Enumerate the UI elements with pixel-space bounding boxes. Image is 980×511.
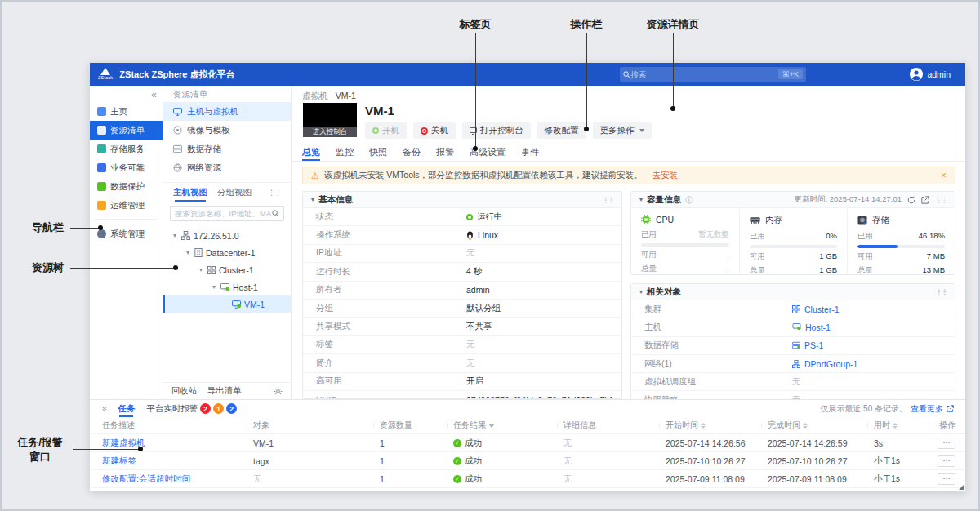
drag-handle-icon[interactable]: ⋮⋮ bbox=[935, 288, 947, 296]
panel-item-network[interactable]: 网络资源 bbox=[163, 158, 291, 177]
drag-handle-icon[interactable]: ⋮⋮ bbox=[602, 196, 613, 204]
panel-item-hosts-vms[interactable]: 主机与虚拟机 bbox=[163, 102, 291, 121]
tab-alarm[interactable]: 报警 bbox=[436, 143, 454, 161]
sort-icon[interactable] bbox=[893, 423, 898, 429]
panel-item-images[interactable]: 镜像与模板 bbox=[163, 121, 291, 140]
row-actions-button[interactable]: ··· bbox=[938, 455, 956, 467]
tree-node-vm-selected[interactable]: VM-1 bbox=[163, 295, 291, 313]
power-on-button[interactable]: 开机 bbox=[365, 122, 407, 139]
sidebar-item-business[interactable]: 业务可靠 bbox=[90, 158, 163, 177]
info-value: Linux bbox=[478, 230, 498, 240]
panel-item-datastore[interactable]: 数据存储 bbox=[163, 140, 291, 158]
tab-snapshot[interactable]: 快照 bbox=[369, 143, 387, 161]
success-check-icon: ✓ bbox=[453, 475, 461, 483]
chevron-down-icon[interactable]: ▾ bbox=[172, 232, 178, 239]
network-link[interactable]: DPortGroup-1 bbox=[792, 359, 858, 369]
network-root-icon bbox=[181, 231, 190, 240]
row-actions-button[interactable]: ··· bbox=[938, 491, 956, 492]
enter-console-button[interactable]: 进入控制台 bbox=[303, 127, 357, 137]
task-desc-link[interactable]: 修改配置:会话超时时间 bbox=[102, 473, 247, 485]
refresh-icon[interactable] bbox=[907, 196, 915, 204]
col-duration[interactable]: 用时 bbox=[867, 420, 933, 431]
tree-search[interactable] bbox=[170, 206, 284, 221]
sidebar-item-data-protection[interactable]: 数据保护 bbox=[90, 177, 163, 196]
row-actions-button[interactable]: ··· bbox=[938, 438, 956, 449]
collapse-caret-icon[interactable]: ▾ bbox=[639, 288, 643, 295]
collapse-caret-icon[interactable]: ▾ bbox=[311, 196, 314, 203]
tree-node-host[interactable]: ▾ Host-1 bbox=[163, 278, 291, 295]
power-off-button[interactable]: 关机 bbox=[413, 122, 456, 139]
col-object[interactable]: 对象 bbox=[247, 420, 373, 431]
export-list-link[interactable]: 导出清单 bbox=[207, 385, 242, 397]
resize-handle[interactable] bbox=[959, 485, 964, 490]
row-actions-button[interactable]: ··· bbox=[938, 473, 956, 485]
modify-config-button[interactable]: 修改配置 bbox=[537, 122, 586, 139]
collapse-panel-icon[interactable]: « bbox=[99, 406, 109, 411]
datacenter-icon bbox=[194, 248, 203, 257]
open-console-button[interactable]: 打开控制台 bbox=[462, 122, 531, 139]
global-search-input[interactable] bbox=[630, 70, 775, 79]
info-label: 标签 bbox=[303, 339, 466, 350]
col-detail[interactable]: 详细信息 bbox=[557, 420, 659, 431]
tab-monitoring[interactable]: 监控 bbox=[336, 143, 354, 161]
install-link[interactable]: 去安装 bbox=[653, 170, 679, 181]
tab-host-view[interactable]: 主机视图 bbox=[173, 183, 207, 202]
sidebar-collapse-icon[interactable]: « bbox=[151, 89, 157, 100]
breadcrumb-root[interactable]: 虚拟机 bbox=[302, 91, 328, 100]
col-actions: 操作 bbox=[933, 420, 956, 431]
tab-events[interactable]: 事件 bbox=[521, 143, 539, 161]
annotation-tabbar: 标签页 bbox=[456, 17, 495, 32]
console-thumbnail[interactable]: 进入控制台 bbox=[303, 103, 357, 137]
more-actions-button[interactable]: 更多操作 bbox=[593, 122, 652, 139]
sidebar-item-ops[interactable]: 运维管理 bbox=[90, 196, 163, 215]
drag-handle-icon[interactable]: ⋮⋮ bbox=[935, 196, 947, 204]
view-more-link[interactable]: 查看更多 bbox=[911, 403, 943, 415]
external-link-icon[interactable] bbox=[921, 196, 929, 204]
task-desc-link[interactable]: 新建标签 bbox=[102, 455, 247, 467]
task-detail: 无 bbox=[557, 438, 659, 449]
filter-icon[interactable] bbox=[488, 424, 495, 428]
col-start-time[interactable]: 开始时间 bbox=[659, 420, 761, 431]
chevron-down-icon[interactable]: ▾ bbox=[185, 249, 191, 256]
avail-value: 1 GB bbox=[819, 251, 837, 262]
info-label: 状态 bbox=[303, 211, 466, 223]
tree-node-cluster[interactable]: ▾ Cluster-1 bbox=[163, 261, 291, 278]
sidebar-item-resources[interactable]: 资源清单 bbox=[90, 121, 163, 140]
gear-icon[interactable] bbox=[274, 387, 283, 396]
annotation-tree-dot bbox=[173, 265, 178, 270]
host-link[interactable]: Host-1 bbox=[792, 322, 831, 332]
col-task-result[interactable]: 任务结果 bbox=[447, 420, 557, 431]
recycle-bin-link[interactable]: 回收站 bbox=[172, 385, 198, 397]
tree-search-input[interactable] bbox=[175, 209, 272, 218]
chevron-down-icon[interactable]: ▾ bbox=[198, 266, 204, 273]
tab-overview[interactable]: 总览 bbox=[302, 143, 320, 161]
tab-backup[interactable]: 备份 bbox=[403, 143, 421, 161]
sidebar-item-storage[interactable]: 存储服务 bbox=[90, 140, 163, 158]
collapse-caret-icon[interactable]: ▾ bbox=[639, 196, 643, 203]
capacity-card: ▾ 容量信息 更新时间: 2025-07-14 14:27:01 ⋮⋮ bbox=[630, 191, 956, 275]
global-search[interactable]: ⌘+K bbox=[620, 67, 806, 82]
external-link-icon[interactable] bbox=[947, 405, 954, 412]
annotation-nav-line bbox=[70, 228, 98, 229]
chevron-down-icon[interactable]: ▾ bbox=[211, 283, 217, 291]
task-desc-link[interactable]: 添加数据存储 bbox=[102, 491, 247, 492]
tab-realtime-alarms[interactable]: 平台实时报警 2 1 2 bbox=[146, 400, 237, 417]
cluster-link[interactable]: Cluster-1 bbox=[792, 304, 840, 314]
tab-tasks[interactable]: 任务 bbox=[118, 400, 135, 417]
tree-node-datacenter[interactable]: ▾ Datacenter-1 bbox=[163, 244, 291, 261]
col-task-desc[interactable]: 任务描述 bbox=[102, 420, 247, 431]
col-resource-count[interactable]: 资源数量 bbox=[373, 420, 447, 431]
task-table-header: 任务描述 对象 资源数量 任务结果 详细信息 开始时间 完成时间 用时 操作 bbox=[90, 417, 965, 433]
tab-group-view[interactable]: 分组视图 bbox=[217, 183, 252, 202]
tree-node-vcenter[interactable]: ▾ 172.26.51.0 bbox=[163, 227, 291, 244]
sort-icon[interactable] bbox=[701, 423, 706, 429]
sort-icon[interactable] bbox=[803, 423, 808, 429]
layout-toggle-icon[interactable]: ⋮⋮ bbox=[268, 189, 281, 197]
sidebar-item-label: 系统管理 bbox=[110, 229, 145, 240]
sidebar-item-home[interactable]: 主页 bbox=[90, 102, 163, 121]
datastore-link[interactable]: PS-1 bbox=[792, 340, 823, 350]
col-end-time[interactable]: 完成时间 bbox=[761, 420, 867, 431]
user-menu[interactable]: admin bbox=[910, 63, 951, 86]
task-desc-link[interactable]: 新建虚拟机 bbox=[102, 438, 247, 449]
close-icon[interactable]: × bbox=[941, 170, 947, 181]
